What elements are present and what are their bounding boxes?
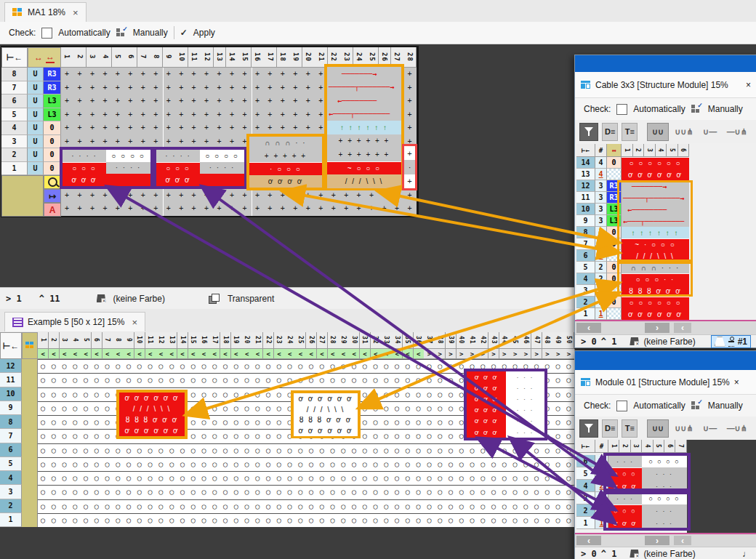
scroll-left-icon[interactable]: ‹ [576, 323, 601, 333]
knit-direction-cell[interactable]: < [198, 349, 209, 359]
knit-direction-cell[interactable]: < [349, 349, 360, 359]
column-header-cell[interactable]: 34 [392, 332, 403, 349]
tool-button[interactable]: ∪∪ [647, 419, 669, 438]
manually-label[interactable]: Manually [708, 401, 743, 411]
row-section-cell[interactable]: 2 [595, 273, 607, 285]
filter-button[interactable] [579, 419, 598, 438]
column-header-cell[interactable]: 14 [177, 332, 188, 349]
knit-direction-cell[interactable]: < [156, 349, 166, 359]
row-number-cell[interactable]: 7 [0, 429, 22, 443]
column-header-cell[interactable]: 10 [175, 47, 188, 68]
column-header-cell[interactable]: 25 [295, 332, 306, 349]
tool-button[interactable]: T≡ [622, 123, 638, 141]
column-header-cell[interactable]: 31 [360, 332, 371, 349]
column-header-cell[interactable]: 32 [371, 332, 382, 349]
knit-direction-cell[interactable]: > [467, 349, 478, 359]
column-header-cell[interactable]: 13 [166, 332, 177, 349]
yarn-carrier-button[interactable]: #1 [711, 335, 751, 348]
row-section-cell[interactable]: 1 [595, 308, 607, 320]
width-arrow-icon[interactable]: ↔ [607, 144, 622, 157]
close-icon[interactable]: × [73, 7, 79, 18]
column-header-cell[interactable]: 26 [306, 332, 317, 349]
close-icon[interactable]: × [132, 317, 137, 328]
column-header-cell[interactable]: 2 [619, 440, 630, 453]
purple-module-selection-1[interactable]: · · · ·○ ○ ○ ○○ ○ ○· · · ·ơ ơ ơ [60, 147, 153, 189]
column-header-cell[interactable]: 30 [349, 332, 360, 349]
scroll-left-icon[interactable]: ‹ [576, 536, 601, 545]
automatically-label[interactable]: Automatically [58, 28, 110, 38]
row-number-cell[interactable]: 11 [0, 373, 22, 387]
orange-module-selection-1[interactable]: ∩ ∩ ∩ · ·+ + + + +· ○ ○ ○ơ ơ ơ ơ [246, 134, 325, 190]
column-header-cell[interactable]: 12 [201, 47, 214, 68]
column-header-cell[interactable]: 36 [414, 332, 425, 349]
stitch-row[interactable]: ○○○○○○○○○○○○○○○○○○○○○○○○○○○○○○○○○○○○○○○○… [38, 471, 574, 485]
column-header-cell[interactable]: 40 [457, 332, 467, 349]
row-section-cell[interactable]: 4 [595, 169, 607, 180]
column-header-cell[interactable]: 5 [667, 144, 678, 157]
row-section-cell[interactable]: 4 [595, 157, 607, 169]
stitch-row[interactable]: ○○○○○○○○○○○○○○○○○○○○○○○○○○○○○○○○○○○○○○○○… [38, 513, 574, 527]
column-header-cell[interactable]: 6 [678, 144, 690, 157]
row-number-cell[interactable]: 12 [576, 180, 595, 192]
column-header-cell[interactable]: 28 [328, 332, 339, 349]
module01-tab[interactable]: Module 01 [Structure Module] 15% × [575, 370, 756, 395]
goto-start-icon[interactable]: ⊢← [576, 144, 595, 157]
row-value-cell[interactable]: L3 [44, 108, 61, 122]
row-number-cell[interactable]: 6 [0, 443, 22, 457]
close-icon[interactable]: × [746, 80, 751, 90]
row-number-cell[interactable]: 2 [0, 499, 22, 513]
tool-button[interactable]: D≡ [602, 123, 618, 141]
column-header-cell[interactable]: 6 [664, 440, 675, 453]
scroll-right-icon[interactable]: › [645, 536, 669, 545]
row-number-cell[interactable]: 4 [0, 471, 22, 485]
column-header-cell[interactable]: 19 [289, 47, 302, 68]
column-header-cell[interactable]: 15 [188, 332, 199, 349]
tool-button[interactable]: —∪⋔ [725, 419, 749, 438]
knit-direction-cell[interactable]: < [360, 349, 371, 359]
horizontal-scrollbar[interactable]: ‹ › ‹ [575, 321, 756, 334]
knit-direction-cell[interactable]: < [70, 349, 81, 359]
row-section-cell[interactable]: 3 [595, 192, 607, 204]
manually-label[interactable]: Manually [708, 104, 743, 114]
column-header-cell[interactable]: 1 [61, 47, 74, 68]
column-header-cell[interactable]: 4 [70, 332, 81, 349]
cable3x3-tab[interactable]: Cable 3x3 [Structure Module] 15% × [575, 72, 756, 98]
knit-direction-cell[interactable]: > [552, 349, 563, 359]
automatically-checkbox[interactable] [616, 401, 627, 411]
tool-button[interactable]: ∪∪⋔ [672, 419, 695, 438]
filter-button[interactable] [579, 123, 598, 141]
row-number-cell[interactable]: 2 [576, 504, 595, 517]
row-number-cell[interactable]: 1 [0, 513, 22, 527]
row-value-cell[interactable]: R3 [44, 68, 61, 81]
orange-module-source-2[interactable] [617, 262, 693, 297]
purple-module-source-2[interactable] [603, 491, 691, 531]
knit-direction-cell[interactable]: < [392, 349, 403, 359]
row-number-cell[interactable]: 13 [576, 169, 595, 180]
row-number-cell[interactable]: 3 [0, 485, 22, 499]
knit-direction-cell[interactable]: > [488, 349, 499, 359]
knit-direction-cell[interactable]: < [328, 349, 339, 359]
apply-button[interactable]: Apply [193, 28, 215, 38]
knit-direction-cell[interactable]: > [424, 349, 435, 359]
row-number-cell[interactable]: 3 [1, 135, 28, 149]
row-number-cell[interactable]: 8 [0, 415, 22, 429]
column-header-cell[interactable]: 37 [424, 332, 435, 349]
column-header-cell[interactable]: 3 [644, 144, 656, 157]
column-header-cell[interactable]: 33 [381, 332, 392, 349]
column-header-cell[interactable]: 23 [274, 332, 285, 349]
column-header-cell[interactable]: 20 [302, 47, 315, 68]
knit-direction-cell[interactable]: > [478, 349, 488, 359]
row-number-cell[interactable]: 10 [576, 204, 595, 215]
purple-module-source-1[interactable] [603, 453, 691, 491]
scroll-left2-icon[interactable]: ‹ [674, 536, 691, 545]
knit-direction-cell[interactable]: < [317, 349, 328, 359]
row-number-cell[interactable]: 4 [576, 480, 595, 492]
column-header-cell[interactable]: 42 [478, 332, 488, 349]
column-header-cell[interactable]: 6 [124, 47, 137, 68]
stitch-row[interactable]: ○○○○○○○○○○○○○○○○○○○○○○○○○○○○○○○○○○○○○○○○… [38, 485, 574, 499]
column-header-cell[interactable]: 9 [124, 332, 134, 349]
row-section-cell[interactable]: 2 [595, 285, 607, 297]
column-header-cell[interactable]: 29 [338, 332, 349, 349]
row-section-cell[interactable]: 3 [595, 215, 607, 227]
automatically-label[interactable]: Automatically [633, 104, 685, 114]
